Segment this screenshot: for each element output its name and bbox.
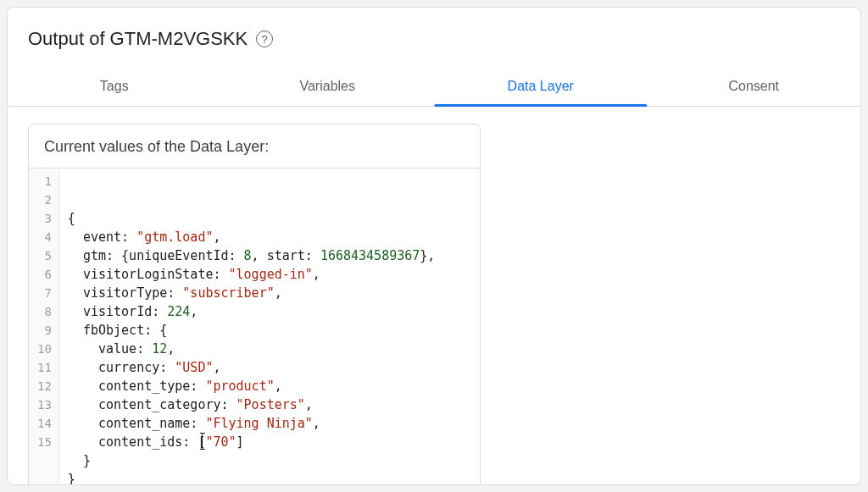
tab-content: Current values of the Data Layer: 123456… [8,107,860,485]
code-line[interactable]: value: 12, [68,340,471,358]
code-line[interactable]: currency: "USD", [68,358,471,377]
code-line[interactable]: visitorId: 224, [68,302,471,321]
code-line[interactable]: visitorLoginState: "logged-in", [68,265,471,284]
line-number: 11 [37,358,52,377]
line-number: 1 [37,172,52,191]
line-number: 12 [37,377,52,395]
line-number: 2 [37,191,52,209]
tab-variables[interactable]: Variables [221,67,435,106]
code-line[interactable]: content_name: "Flying Ninja", [68,414,471,433]
card-title: Current values of the Data Layer: [29,124,480,169]
line-number: 13 [37,395,52,414]
panel-title: Output of GTM-M2VGSKK [28,28,248,50]
code-line[interactable]: event: "gtm.load", [68,228,471,246]
line-number: 7 [37,284,52,302]
text-cursor-icon [202,433,203,450]
code-line[interactable]: content_type: "product", [68,377,471,395]
code-line[interactable]: visitorType: "subscriber", [68,284,471,302]
tab-tags[interactable]: Tags [8,67,221,106]
line-number: 4 [37,228,52,246]
line-number: 5 [37,246,52,265]
panel-header: Output of GTM-M2VGSKK ? [8,8,860,67]
output-panel: Output of GTM-M2VGSKK ? Tags Variables D… [7,7,861,485]
tab-consent[interactable]: Consent [648,67,861,106]
line-number: 3 [37,209,52,228]
line-number: 14 [37,414,52,433]
code-block[interactable]: 123456789101112131415 { event: "gtm.load… [29,169,480,485]
line-number: 10 [37,340,52,358]
data-layer-card: Current values of the Data Layer: 123456… [28,124,481,485]
code-body[interactable]: { event: "gtm.load", gtm: {uniqueEventId… [59,169,480,485]
tab-data-layer[interactable]: Data Layer [434,67,648,106]
line-number: 9 [37,321,52,340]
help-icon[interactable]: ? [256,30,273,47]
line-number: 8 [37,302,52,321]
code-line[interactable]: } [68,451,471,470]
code-line[interactable]: content_ids: ["70"] [68,433,471,451]
code-line[interactable]: content_category: "Posters", [68,395,471,414]
line-number: 15 [37,433,52,451]
code-line[interactable]: } [68,470,471,485]
code-line[interactable]: { [68,209,471,228]
tab-bar: Tags Variables Data Layer Consent [8,67,860,107]
line-number: 6 [37,265,52,284]
code-line[interactable]: fbObject: { [68,321,471,340]
line-gutter: 123456789101112131415 [29,169,59,485]
code-line[interactable]: gtm: {uniqueEventId: 8, start: 166843458… [68,246,471,265]
